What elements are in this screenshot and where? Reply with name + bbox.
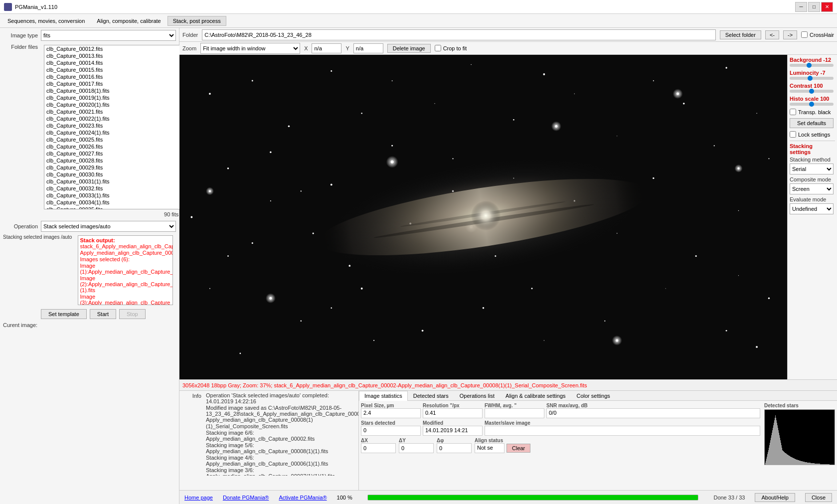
menu-stack[interactable]: Stack, post process <box>167 16 226 26</box>
stats-tabs: Image statistics Detected stars Operatio… <box>359 391 837 401</box>
stacking-method-label: Stacking method <box>790 157 835 163</box>
tab-align-calibrate[interactable]: Align & calibrate settings <box>500 391 571 400</box>
start-button[interactable]: Start <box>90 309 116 319</box>
detected-stars-panel-label: Detected stars <box>764 403 835 408</box>
background-label: Background -12 <box>790 57 835 63</box>
stacking-settings: Stacking settings Stacking method Serial… <box>790 141 835 214</box>
tab-color-settings[interactable]: Color settings <box>571 391 616 400</box>
master-slave-label: Master/slave image <box>485 420 760 426</box>
zoom-select[interactable]: Fit image width in window <box>200 43 300 54</box>
crosshair-checkbox[interactable] <box>801 31 808 38</box>
close-button-footer[interactable]: Close <box>805 493 832 502</box>
clear-button[interactable]: Clear <box>506 444 530 453</box>
operation-select[interactable]: Stack selected images/auto <box>41 221 176 232</box>
pixel-size-cell: Pixel Size, µm 2.4 <box>361 403 421 418</box>
transp-black-label: Transp. black <box>798 109 831 115</box>
align-status-value[interactable]: Not se <box>475 443 504 453</box>
fwhm-value[interactable] <box>485 408 544 418</box>
evaluate-mode-label: Evaluate mode <box>790 196 835 202</box>
contrast-label: Contrast 100 <box>790 83 835 89</box>
stats-row1: Pixel Size, µm 2.4 Resolution "/px 0.41 … <box>361 403 760 418</box>
stats-section: Image statistics Detected stars Operatio… <box>359 391 837 490</box>
composite-mode-label: Composite mode <box>790 176 835 182</box>
lock-settings-row: Lock settings <box>790 131 835 138</box>
histo-slider[interactable] <box>790 103 834 106</box>
menubar: Sequences, movies, conversion Align, com… <box>0 14 837 28</box>
maximize-button[interactable]: □ <box>808 2 820 12</box>
histogram-canvas <box>764 409 835 465</box>
close-button[interactable]: ✕ <box>821 2 833 12</box>
image-type-select[interactable]: fits <box>41 30 176 41</box>
dx-label: ΔX <box>361 438 396 443</box>
progress-container <box>367 495 699 501</box>
resolution-value[interactable]: 0.41 <box>423 408 483 418</box>
composite-mode-select[interactable]: Screen <box>790 183 834 194</box>
resolution-cell: Resolution "/px 0.41 <box>423 403 483 418</box>
footer: Home page Donate PGMania® Activate PGMan… <box>179 490 837 504</box>
transp-black-checkbox[interactable] <box>790 109 796 115</box>
y-coord-label: Y <box>345 45 349 51</box>
done-status: Done 33 / 33 <box>713 495 745 501</box>
y-coord-input[interactable] <box>353 43 383 53</box>
current-image-label: Curent image: <box>0 321 179 329</box>
set-template-button[interactable]: Set template <box>41 309 87 319</box>
image-area <box>179 55 787 379</box>
minimize-button[interactable]: ─ <box>795 2 807 12</box>
dx-input[interactable] <box>361 443 396 453</box>
stacking-method-select[interactable]: Serial <box>790 164 834 174</box>
tab-image-statistics[interactable]: Image statistics <box>359 391 408 401</box>
set-defaults-button[interactable]: Set defaults <box>790 118 834 128</box>
pixel-size-value[interactable]: 2.4 <box>361 408 421 418</box>
stats-grid-container: Pixel Size, µm 2.4 Resolution "/px 0.41 … <box>359 401 762 490</box>
progress-bar <box>368 495 698 500</box>
select-folder-button[interactable]: Select folder <box>720 30 761 39</box>
luminosity-slider[interactable] <box>790 77 834 80</box>
main-container: Image type fits Folder files clb_Capture… <box>0 28 837 504</box>
align-status-row: Not se Clear <box>475 443 530 453</box>
dy-input[interactable] <box>399 443 434 453</box>
folder-label: Folder <box>182 32 198 38</box>
menu-align[interactable]: Align, composite, calibrate <box>91 16 166 26</box>
snr-cell: SNR max/avg, dB 0/0 <box>546 403 760 418</box>
histo-control: Histo scale 100 <box>790 96 835 106</box>
info-content[interactable]: Operation 'Stack selected images/auto' c… <box>204 391 358 476</box>
dx-cell: ΔX <box>361 438 396 453</box>
stars-detected-cell: Stars detected 0 <box>361 420 421 436</box>
evaluate-mode-select[interactable]: Undefined <box>790 203 834 214</box>
donate-link[interactable]: Donate PGMania® <box>223 495 269 501</box>
info-area: Info Operation 'Stack selected images/au… <box>179 391 358 490</box>
dphi-input[interactable] <box>437 443 472 453</box>
nav-forward-button[interactable]: -> <box>783 30 797 39</box>
delete-image-button[interactable]: Delete image <box>387 44 431 53</box>
nav-back-button[interactable]: <- <box>765 30 779 39</box>
modified-label: Modified <box>423 420 483 426</box>
crop-to-fit-checkbox[interactable] <box>435 45 441 51</box>
lock-settings-checkbox[interactable] <box>790 131 796 138</box>
titlebar-controls: ─ □ ✕ <box>795 2 833 12</box>
histogram-container: Detected stars <box>762 401 837 490</box>
tab-operations-list[interactable]: Operations list <box>454 391 500 400</box>
zoom-toolbar: Zoom Fit image width in window X Y Delet… <box>179 42 837 55</box>
background-slider[interactable] <box>790 64 834 67</box>
contrast-slider[interactable] <box>790 90 834 93</box>
x-coord-input[interactable] <box>312 43 341 53</box>
stats-content: Pixel Size, µm 2.4 Resolution "/px 0.41 … <box>359 401 837 490</box>
activate-link[interactable]: Activate PGMania® <box>279 495 327 501</box>
menu-sequences[interactable]: Sequences, movies, conversion <box>2 16 90 26</box>
luminosity-label: Luminocity -7 <box>790 70 835 76</box>
master-slave-value[interactable] <box>485 426 760 436</box>
snr-value[interactable]: 0/0 <box>546 408 760 418</box>
home-page-link[interactable]: Home page <box>184 495 213 501</box>
progress-label: 100 % <box>337 495 352 501</box>
stars-detected-value[interactable]: 0 <box>361 426 421 436</box>
stop-button[interactable]: Stop <box>119 309 146 319</box>
tab-detected-stars[interactable]: Detected stars <box>408 391 454 400</box>
modified-value[interactable]: 14.01.2019 14:21 <box>423 426 483 436</box>
dphi-cell: Δφ <box>437 438 472 453</box>
galaxy-canvas <box>179 55 787 379</box>
about-help-button[interactable]: About/Help <box>755 493 795 502</box>
folder-path-input[interactable] <box>202 29 716 40</box>
luminosity-control: Luminocity -7 <box>790 70 835 80</box>
dy-cell: ΔY <box>399 438 434 453</box>
stacking-settings-title: Stacking settings <box>790 143 835 155</box>
